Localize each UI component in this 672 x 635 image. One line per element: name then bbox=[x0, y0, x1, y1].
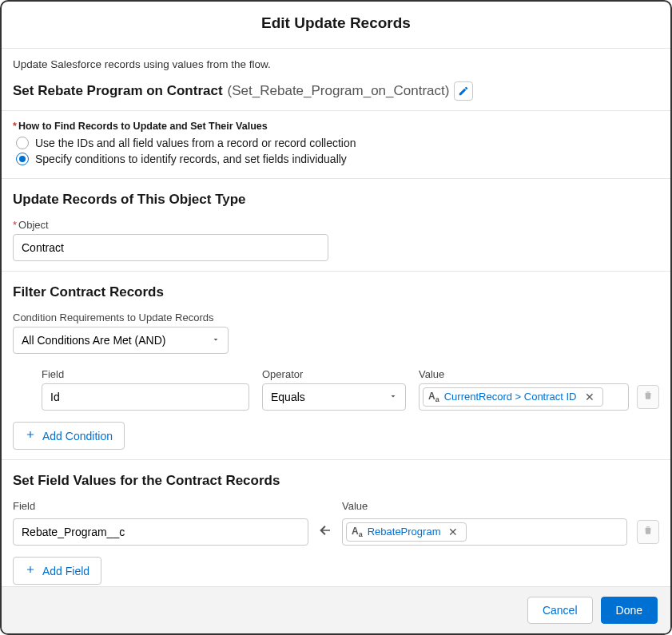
remove-pill-icon[interactable]: ✕ bbox=[582, 391, 598, 403]
condition-operator-select[interactable] bbox=[262, 383, 406, 411]
condition-value-label: Value bbox=[419, 368, 659, 380]
condition-requirement-select[interactable] bbox=[13, 327, 229, 354]
done-button[interactable]: Done bbox=[601, 597, 658, 624]
radio-use-ids-label: Use the IDs and all field values from a … bbox=[35, 137, 356, 149]
delete-assignment-button[interactable] bbox=[637, 520, 659, 544]
radio-specify-conditions[interactable] bbox=[16, 153, 29, 165]
trash-icon bbox=[642, 390, 654, 404]
assignment-field-label: Field bbox=[13, 500, 308, 512]
text-type-icon: Aa bbox=[352, 526, 363, 538]
condition-operator-label: Operator bbox=[262, 368, 406, 380]
radio-specify-conditions-label: Specify conditions to identify records, … bbox=[35, 153, 347, 165]
assignment-value-pill-text: RebateProgram bbox=[368, 526, 441, 538]
assignment-value-label: Value bbox=[342, 500, 627, 512]
filter-title: Filter Contract Records bbox=[13, 284, 659, 300]
add-condition-button[interactable]: Add Condition bbox=[13, 422, 125, 450]
element-label: Set Rebate Program on Contract bbox=[13, 83, 223, 99]
arrow-left-icon bbox=[318, 523, 332, 541]
plus-icon bbox=[25, 429, 36, 443]
condition-field-input[interactable] bbox=[42, 383, 249, 411]
radio-use-ids[interactable] bbox=[16, 137, 29, 149]
condition-value-pill[interactable]: Aa CurrentRecord > Contract ID ✕ bbox=[423, 387, 603, 407]
delete-condition-button[interactable] bbox=[637, 385, 659, 409]
condition-field-label: Field bbox=[42, 368, 249, 380]
modal-body: Update Salesforce records using values f… bbox=[2, 49, 670, 586]
assignment-field-input[interactable] bbox=[13, 518, 308, 546]
modal-header: Edit Update Records bbox=[2, 2, 670, 49]
flow-description: Update Salesforce records using values f… bbox=[13, 58, 659, 70]
condition-requirement-label: Condition Requirements to Update Records bbox=[13, 312, 659, 323]
text-type-icon: Aa bbox=[428, 391, 439, 403]
trash-icon bbox=[642, 525, 654, 539]
condition-value-input[interactable]: Aa CurrentRecord > Contract ID ✕ bbox=[419, 383, 629, 411]
find-method-title: How to Find Records to Update and Set Th… bbox=[13, 121, 659, 132]
assignment-value-pill[interactable]: Aa RebateProgram ✕ bbox=[346, 522, 467, 542]
set-field-values-section: Set Field Values for the Contract Record… bbox=[2, 460, 670, 586]
remove-pill-icon[interactable]: ✕ bbox=[445, 526, 461, 538]
filter-section: Filter Contract Records Condition Requir… bbox=[2, 272, 670, 460]
assignment-value-input[interactable]: Aa RebateProgram ✕ bbox=[342, 518, 627, 546]
edit-name-button[interactable] bbox=[454, 81, 473, 101]
find-method-section: How to Find Records to Update and Set Th… bbox=[2, 111, 670, 179]
set-field-values-title: Set Field Values for the Contract Record… bbox=[13, 473, 659, 489]
modal-title: Edit Update Records bbox=[2, 14, 670, 32]
modal-footer: Cancel Done bbox=[2, 586, 670, 633]
object-type-title: Update Records of This Object Type bbox=[13, 192, 659, 208]
element-api-name: (Set_Rebate_Program_on_Contract) bbox=[228, 83, 450, 99]
summary-section: Update Salesforce records using values f… bbox=[2, 49, 670, 111]
edit-update-records-modal: Edit Update Records Update Salesforce re… bbox=[0, 0, 672, 635]
add-condition-label: Add Condition bbox=[42, 430, 113, 443]
object-input[interactable] bbox=[13, 234, 328, 261]
object-field-label: Object bbox=[13, 219, 659, 231]
add-field-label: Add Field bbox=[42, 565, 89, 577]
pencil-icon bbox=[458, 85, 469, 97]
object-type-section: Update Records of This Object Type Objec… bbox=[2, 179, 670, 272]
plus-icon bbox=[25, 564, 36, 577]
add-field-button[interactable]: Add Field bbox=[13, 557, 101, 585]
cancel-button[interactable]: Cancel bbox=[527, 597, 593, 624]
condition-value-pill-text: CurrentRecord > Contract ID bbox=[444, 391, 577, 403]
